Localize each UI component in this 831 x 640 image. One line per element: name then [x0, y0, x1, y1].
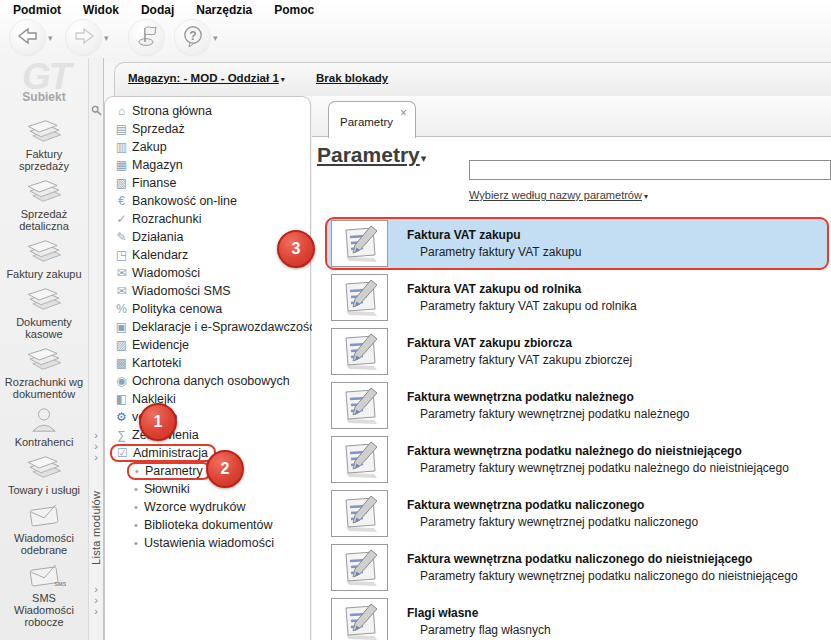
doc-pencil-icon [331, 490, 388, 537]
tree-item-vendero[interactable]: ⚙vendero [105, 408, 310, 426]
bullet-icon: • [129, 519, 143, 531]
flag-button[interactable] [129, 20, 164, 55]
cash-documents-icon [22, 286, 66, 314]
tab-parametry[interactable]: Parametry × [328, 101, 416, 138]
personal-data-protection-icon: ◉ [112, 374, 131, 388]
tree-item-sprzedaz[interactable]: ▤Sprzedaż [105, 120, 310, 138]
tree-item-kartoteki[interactable]: ▩Kartoteki [105, 354, 310, 372]
messages-icon: ✉ [112, 266, 131, 280]
tree-subitem-ustawienia-wiadomosci[interactable]: •Ustawienia wiadomości [105, 534, 310, 552]
tree-item-polityka-cenowa[interactable]: %Polityka cenowa [105, 300, 310, 318]
parameter-search-input[interactable] [469, 160, 831, 180]
tree-subitem-slowniki[interactable]: •Słowniki [105, 480, 310, 498]
help-dropdown-caret[interactable]: ▾ [213, 33, 218, 43]
svg-text:?: ? [189, 28, 196, 42]
tree-item-ewidencje[interactable]: ▨Ewidencje [105, 336, 310, 354]
activities-icon: ✎ [112, 230, 131, 244]
module-towary-i-uslugi[interactable]: Towary i usługi [8, 454, 80, 496]
modules-sidebar: GT Subiekt Faktury sprzedaży Sprzedaż de… [0, 58, 88, 640]
annotation-badge-1: 1 [139, 403, 177, 441]
forward-dropdown-caret[interactable]: ▾ [104, 33, 109, 43]
filter-caret-icon: ▾ [644, 192, 648, 201]
forward-arrow-icon [73, 26, 95, 50]
module-faktury-zakupu[interactable]: Faktury zakupu [6, 238, 81, 280]
strip-chevrons-bottom: ››› [89, 584, 103, 617]
doc-pencil-icon [331, 274, 388, 321]
strip-chevrons-top: ››› [89, 430, 103, 463]
menu-narzedzia[interactable]: Narzędzia [185, 1, 263, 19]
bullet-icon: • [129, 483, 143, 495]
list-item-faktura-wewnetrzna-naliczonego[interactable]: Faktura wewnętrzna podatku naliczonegoPa… [328, 489, 829, 538]
goods-and-services-icon [22, 454, 66, 482]
module-sprzedaz-detaliczna[interactable]: Sprzedaż detaliczna [1, 178, 87, 232]
list-item-flagi-wlasne[interactable]: Flagi własneParametry flag własnych [328, 597, 829, 640]
tree-item-wiadomosci-sms[interactable]: ✉Wiadomości SMS [105, 282, 310, 300]
purchase-icon: ▥ [112, 140, 131, 154]
doc-pencil-icon [331, 544, 388, 591]
tree-subitem-biblioteka-dokumentow[interactable]: •Biblioteka dokumentów [105, 516, 310, 534]
retail-sales-icon [22, 178, 66, 206]
list-item-faktura-vat-zakupu[interactable]: Faktura VAT zakupuParametry faktury VAT … [325, 217, 829, 270]
module-kontrahenci[interactable]: Kontrahenci [15, 406, 74, 448]
pin-icon[interactable] [91, 102, 102, 120]
list-item-faktura-wewnetrzna-naleznego[interactable]: Faktura wewnętrzna podatku należnegoPara… [328, 381, 829, 430]
forward-button[interactable] [66, 20, 101, 55]
help-question-icon: ? [182, 25, 204, 51]
bullet-icon: • [129, 537, 143, 549]
bullet-icon: • [130, 465, 144, 477]
menu-podmiot[interactable]: Podmiot [2, 1, 72, 19]
tab-close-icon[interactable]: × [400, 106, 407, 120]
warehouse-selector-link[interactable]: Magazyn: - MOD - Oddział 1▾ [128, 72, 285, 84]
sms-messages-icon: ✉ [112, 284, 131, 298]
module-dokumenty-kasowe[interactable]: Dokumenty kasowe [1, 286, 87, 340]
module-wiadomosci-odebrane[interactable]: Wiadomości odebrane [1, 502, 87, 556]
list-item-faktura-wewnetrzna-naliczonego-nieistniejacego[interactable]: Faktura wewnętrzna podatku naliczonego d… [328, 543, 829, 592]
lock-status-link[interactable]: Brak blokady [316, 72, 388, 84]
vendero-gear-icon: ⚙ [112, 410, 131, 424]
menu-pomoc[interactable]: Pomoc [263, 1, 325, 19]
title-caret-icon: ▾ [421, 152, 427, 165]
subiekt-brand-label: Subiekt [0, 90, 88, 104]
contractors-person-icon [22, 406, 66, 434]
list-item-faktura-vat-zakupu-zbiorcza[interactable]: Faktura VAT zakupu zbiorczaParametry fak… [328, 327, 829, 376]
annotation-badge-3: 3 [277, 230, 315, 268]
records-icon: ▨ [112, 338, 131, 352]
module-rozrachunki-wg-dokumentow[interactable]: Rozrachunki wg dokumentów [1, 346, 87, 400]
tree-item-bankowosc-on-line[interactable]: €Bankowość on-line [105, 192, 310, 210]
module-list-strip[interactable]: ››› Lista modułów ››› [88, 58, 104, 640]
doc-pencil-icon [331, 220, 388, 267]
menu-widok[interactable]: Widok [72, 1, 130, 19]
tree-subitem-wzorce-wydrukow[interactable]: •Wzorce wydruków [105, 498, 310, 516]
price-policy-icon: % [112, 302, 131, 316]
card-files-icon: ▩ [112, 356, 131, 370]
list-item-faktura-vat-zakupu-od-rolnika[interactable]: Faktura VAT zakupu od rolnikaParametry f… [328, 273, 829, 322]
administration-icon: ☑ [113, 446, 132, 460]
menu-dodaj[interactable]: Dodaj [130, 1, 185, 19]
tree-item-deklaracje[interactable]: ▣Deklaracje i e-Sprawozdawczość [105, 318, 310, 336]
help-button[interactable]: ? [175, 20, 210, 55]
module-sms-wiadomosci-robocze[interactable]: SMS SMS Wiadomości robocze [1, 562, 87, 628]
tree-item-wiadomosci[interactable]: ✉Wiadomości [105, 264, 310, 282]
tree-item-zakup[interactable]: ▥Zakup [105, 138, 310, 156]
tree-item-strona-glowna[interactable]: ⌂Strona główna [105, 102, 310, 120]
calendar-icon: ◳ [112, 248, 131, 262]
tree-item-ochrona-danych[interactable]: ◉Ochrona danych osobowych [105, 372, 310, 390]
doc-pencil-icon [331, 328, 388, 375]
tree-item-magazyn[interactable]: ▦Magazyn [105, 156, 310, 174]
parameters-list: Faktura VAT zakupuParametry faktury VAT … [328, 217, 829, 640]
online-banking-icon: € [112, 194, 131, 208]
tree-item-zestawienia[interactable]: ∑Zestawienia [105, 426, 310, 444]
list-item-faktura-wewnetrzna-naleznego-nieistniejacego[interactable]: Faktura wewnętrzna podatku należnego do … [328, 435, 829, 484]
back-dropdown-caret[interactable]: ▾ [48, 33, 53, 43]
subiekt-gt-window: Podmiot Widok Dodaj Narzędzia Pomoc ▾ ▾ [0, 0, 831, 640]
tree-item-naklejki[interactable]: ◧Naklejki [105, 390, 310, 408]
parametry-red-outline: • Parametry [127, 462, 211, 480]
filter-by-name-link[interactable]: Wybierz według nazwy parametrów▾ [469, 189, 648, 201]
page-title[interactable]: Parametry▾ [317, 143, 426, 167]
module-faktury-sprzedazy[interactable]: Faktury sprzedaży [1, 118, 87, 172]
tree-item-finanse[interactable]: ▧Finanse [105, 174, 310, 192]
tree-item-rozrachunki[interactable]: ✓Rozrachunki [105, 210, 310, 228]
strip-label: Lista modułów [90, 476, 104, 580]
back-button[interactable] [10, 20, 45, 55]
inbox-messages-icon [22, 502, 66, 530]
